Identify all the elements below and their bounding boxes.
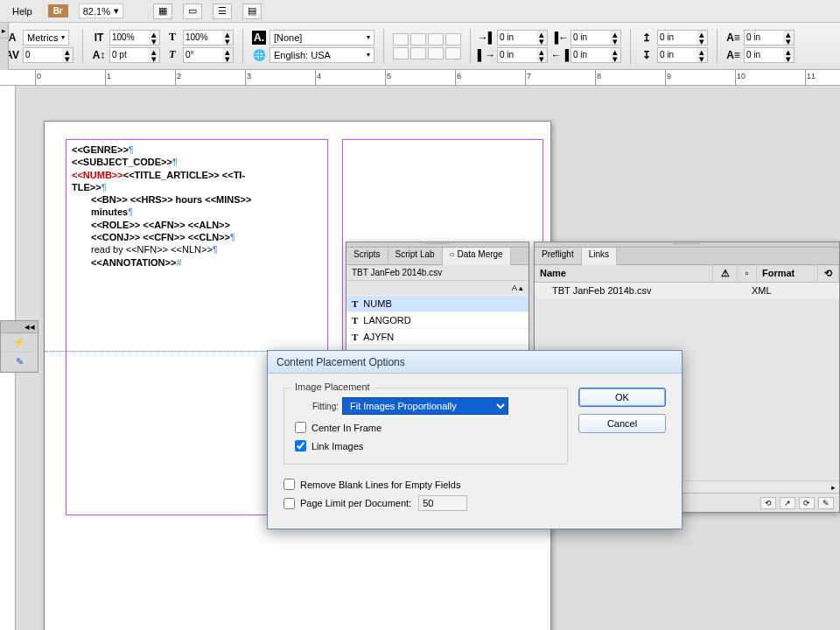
vscale-field[interactable]: ▴▾ (109, 30, 160, 46)
page-limit-checkbox[interactable]: Page Limit per Document: (284, 498, 411, 509)
page-limit-field[interactable] (418, 495, 467, 511)
update-link-icon[interactable]: ⟳ (799, 497, 815, 509)
menu-help[interactable]: Help (7, 4, 38, 18)
collapsed-panel: ◂◂ ⚡ ✎ (0, 320, 38, 373)
horizontal-ruler[interactable]: 01234567891011 (0, 70, 840, 86)
toolbox-expand-icon[interactable]: ▸ (0, 23, 8, 38)
align-left-icon[interactable] (393, 33, 409, 46)
charstyle-dropdown[interactable]: [None]▾ (270, 30, 374, 46)
dropcap-chars-icon: A≡ (726, 48, 740, 62)
skew-icon: T (165, 48, 179, 62)
dialog-titlebar[interactable]: Content Placement Options (268, 351, 682, 374)
paragraph-align-group (393, 33, 461, 60)
group-legend: Image Placement (291, 382, 374, 392)
vscale-icon: IT (92, 31, 106, 45)
justify-right-icon[interactable] (428, 47, 444, 60)
align-center-icon[interactable] (410, 33, 426, 46)
link-row[interactable]: TBT JanFeb 2014b.csvXML (535, 283, 839, 298)
image-placement-group: Image Placement Fitting: Fit Images Prop… (284, 388, 568, 465)
zoom-dropdown[interactable]: 82.1% ▾ (79, 4, 123, 18)
justify-all-icon[interactable] (445, 47, 461, 60)
control-toolbar: A Metrics▾ AV ▴▾ IT ▴▾ A↕ ▴▾ T ▴▾ T ▴▾ A… (0, 23, 840, 70)
data-merge-field[interactable]: TAJYFN (346, 329, 528, 346)
right-indent-icon: ▐← (553, 31, 567, 45)
left-indent-field[interactable]: ▴▾ (497, 30, 548, 46)
links-header-row: Name ⚠ ▫ Format ⟲ (535, 265, 839, 283)
screen-mode-icon[interactable]: ▭ (183, 4, 202, 19)
links-tabbar: PreflightLinks (535, 248, 839, 265)
cancel-button[interactable]: Cancel (578, 414, 666, 433)
right-indent-field[interactable]: ▴▾ (570, 30, 621, 46)
dropcap-chars-field[interactable]: ▴▾ (744, 47, 794, 63)
align-justify-icon[interactable] (445, 33, 461, 46)
panel-grip[interactable] (535, 242, 839, 248)
data-merge-tabbar: ScriptsScript Lab○ Data Merge (346, 248, 528, 265)
space-before-icon: ↥ (640, 31, 654, 45)
menu-bar: Help Br 82.1% ▾ ▦ ▭ ☰ ▤ (0, 0, 840, 23)
ok-button[interactable]: OK (578, 388, 666, 407)
links-col-status-icon[interactable]: ⚠ (713, 265, 738, 282)
language-dropdown[interactable]: English: USA▾ (270, 47, 374, 63)
baseline-icon: A↕ (92, 48, 106, 62)
relink-icon[interactable]: ⟲ (760, 497, 776, 509)
panel-collapse-icon[interactable]: ◂◂ (24, 321, 35, 332)
arrange-icon[interactable]: ☰ (213, 4, 232, 19)
workspace-icon[interactable]: ▤ (242, 4, 262, 19)
baseline-field[interactable]: ▴▾ (109, 47, 160, 63)
panel-grip[interactable] (346, 242, 528, 248)
hscale-icon: T (165, 31, 179, 45)
align-right-icon[interactable] (428, 33, 444, 46)
goto-link-icon[interactable]: ↗ (780, 497, 795, 509)
firstline-indent-icon: ▌→ (480, 48, 494, 62)
links-rows: TBT JanFeb 2014b.csvXML (535, 283, 839, 298)
tab-data-merge[interactable]: ○ Data Merge (443, 248, 511, 265)
space-before-field[interactable]: ▴▾ (657, 30, 708, 46)
links-col-link-icon[interactable]: ⟲ (818, 265, 839, 282)
data-merge-panel: ScriptsScript Lab○ Data Merge TBT JanFeb… (346, 242, 529, 363)
lastline-indent-icon: ←▐ (553, 48, 567, 62)
lastline-indent-field[interactable]: ▴▾ (570, 47, 621, 63)
kerning-dropdown[interactable]: Metrics▾ (23, 30, 69, 46)
tracking-field[interactable]: ▴▾ (23, 47, 74, 63)
dropcap-lines-field[interactable]: ▴▾ (744, 30, 794, 46)
data-merge-field[interactable]: TLANGORD (346, 312, 528, 329)
center-in-frame-checkbox[interactable]: Center In Frame (295, 422, 556, 433)
firstline-indent-field[interactable]: ▴▾ (497, 47, 548, 63)
tab-links[interactable]: Links (582, 248, 617, 265)
remove-blank-lines-checkbox[interactable]: Remove Blank Lines for Empty Fields (284, 479, 568, 490)
zoom-value: 82.1% (83, 6, 110, 17)
language-icon: 🌐 (252, 48, 266, 62)
links-col-format[interactable]: Format (757, 265, 818, 282)
pen-icon[interactable]: ✎ (16, 356, 24, 368)
space-after-icon: ↧ (640, 48, 654, 62)
scroll-right-icon[interactable]: ▸ (831, 483, 836, 492)
justify-left-icon[interactable] (393, 47, 409, 60)
edit-original-icon[interactable]: ✎ (818, 497, 834, 509)
justify-center-icon[interactable] (410, 47, 426, 60)
dropcap-lines-icon: A≡ (726, 31, 740, 45)
left-indent-icon: →▌ (480, 31, 494, 45)
lightning-icon[interactable]: ⚡ (13, 337, 25, 348)
data-merge-field[interactable]: TNUMB (346, 296, 528, 312)
view-options-icon[interactable]: ▦ (153, 4, 172, 19)
links-col-page-icon[interactable]: ▫ (738, 265, 757, 282)
charstyle-icon: A. (252, 31, 266, 45)
hscale-field[interactable]: ▴▾ (183, 30, 234, 46)
tab-preflight[interactable]: Preflight (535, 248, 582, 264)
tab-script-lab[interactable]: Script Lab (388, 248, 443, 264)
bridge-badge[interactable]: Br (48, 4, 68, 18)
skew-field[interactable]: ▴▾ (183, 47, 234, 63)
fitting-label: Fitting: (312, 402, 339, 411)
space-after-field[interactable]: ▴▾ (657, 47, 708, 63)
tab-scripts[interactable]: Scripts (346, 248, 388, 264)
data-merge-source: TBT JanFeb 2014b.csv (346, 265, 528, 281)
links-col-name[interactable]: Name (535, 265, 713, 282)
content-placement-dialog: Content Placement Options Image Placemen… (267, 350, 682, 529)
link-images-checkbox[interactable]: Link Images (295, 440, 556, 452)
fitting-dropdown[interactable]: Fit Images Proportionally (342, 397, 508, 415)
chevron-down-icon: ▾ (114, 5, 119, 17)
